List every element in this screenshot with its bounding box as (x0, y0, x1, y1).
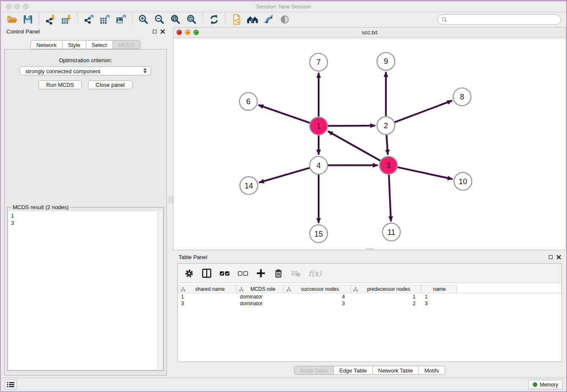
node-7[interactable]: 7 (310, 53, 328, 71)
node-8[interactable]: 8 (453, 88, 471, 106)
column-header-mcds-role[interactable]: MCDS role (237, 285, 284, 293)
save-session-icon[interactable] (20, 13, 36, 26)
refresh-icon[interactable] (206, 13, 222, 26)
function-builder-icon: f(x) (308, 269, 322, 278)
edge-1-6[interactable] (259, 105, 310, 123)
edge-3-10[interactable] (398, 167, 453, 179)
edge-3-11[interactable] (389, 174, 391, 221)
optimization-criterion-dropdown[interactable]: strongly connected component (20, 66, 151, 75)
float-panel-icon[interactable] (549, 255, 553, 259)
table-row[interactable]: 3dominator323 (178, 300, 561, 307)
edge-2-8[interactable] (395, 101, 452, 122)
home-icon[interactable] (245, 13, 260, 26)
close-window-button[interactable] (6, 4, 11, 9)
minimize-window-button[interactable] (14, 4, 20, 9)
tab-edge-table[interactable]: Edge Table (333, 366, 373, 375)
canvas-splitter-handle[interactable] (366, 248, 374, 250)
memory-button[interactable]: Memory (528, 380, 563, 389)
network-window: scc.txt 7968124314101511 (173, 27, 566, 250)
export-table-icon[interactable] (97, 13, 113, 26)
table-row[interactable]: 1dominator411 (178, 293, 561, 300)
column-header-predecessor-nodes[interactable]: predecessor nodes (351, 285, 421, 293)
open-session-icon[interactable] (4, 13, 19, 26)
bird-eye-view-icon[interactable] (277, 13, 292, 26)
node-4[interactable]: 4 (310, 156, 328, 174)
tab-style[interactable]: Style (62, 40, 86, 49)
mcds-result-text: 1 3 (11, 212, 14, 226)
new-network-from-selection-icon[interactable] (229, 13, 244, 26)
network-graph[interactable]: 7968124314101511 (173, 38, 566, 250)
node-label: 6 (246, 97, 250, 106)
import-network-icon[interactable] (43, 13, 58, 26)
panel-splitter[interactable] (170, 26, 173, 378)
app-titlebar: Session: New Session (1, 1, 566, 12)
network-minimize-button[interactable] (185, 30, 190, 35)
select-all-icon[interactable] (220, 270, 230, 277)
graphics-details-icon[interactable] (261, 13, 276, 26)
task-history-button[interactable] (4, 380, 17, 389)
table-header-row: shared nameMCDS rolesuccessor nodesprede… (178, 285, 561, 293)
zoom-window-button[interactable] (23, 4, 28, 9)
run-mcds-button[interactable]: Run MCDS (39, 80, 82, 89)
node-6[interactable]: 6 (239, 93, 257, 110)
delete-table-icon (291, 270, 300, 277)
tab-select[interactable]: Select (86, 40, 113, 49)
tab-motifs[interactable]: Motifs (418, 366, 445, 375)
close-panel-icon[interactable] (556, 255, 561, 259)
export-network-icon[interactable] (81, 13, 96, 26)
network-canvas[interactable]: 7968124314101511 (173, 38, 566, 250)
node-10[interactable]: 10 (454, 172, 472, 190)
network-zoom-button[interactable] (193, 30, 199, 35)
search-input[interactable] (449, 16, 557, 23)
export-image-icon[interactable] (113, 13, 129, 26)
status-bar: Memory (1, 378, 566, 391)
tab-network[interactable]: Network (30, 40, 63, 49)
node-14[interactable]: 14 (240, 177, 258, 194)
import-table-icon[interactable] (59, 13, 74, 26)
mcds-result-scrollbar[interactable] (157, 211, 162, 370)
main-area: Control Panel NetworkStyleSelectMCDS Opt… (1, 26, 566, 378)
close-panel-button[interactable]: Close panel (88, 80, 132, 89)
edge-3-1[interactable] (328, 131, 380, 161)
float-panel-icon[interactable] (153, 30, 157, 33)
column-header-shared-name[interactable]: shared name (178, 285, 237, 293)
clear-selection-icon[interactable] (238, 270, 248, 277)
column-header-name[interactable]: name (421, 285, 457, 293)
zoom-out-icon[interactable] (152, 13, 167, 26)
splitter-handle[interactable] (169, 196, 173, 203)
zoom-selected-icon[interactable] (184, 13, 199, 26)
node-11[interactable]: 11 (383, 223, 400, 241)
network-close-button[interactable] (176, 30, 182, 35)
cell-name: 3 (421, 301, 457, 306)
edge-2-3[interactable] (386, 135, 388, 155)
close-panel-icon[interactable] (160, 29, 165, 34)
mcds-result-area[interactable]: 1 3 (8, 211, 162, 370)
cell-mcds-role: dominator (237, 301, 284, 306)
delete-row-icon[interactable] (274, 268, 283, 278)
tab-mcds[interactable]: MCDS (113, 40, 140, 49)
memory-status-icon (533, 382, 537, 387)
node-1[interactable]: 1 (310, 117, 328, 135)
zoom-in-icon[interactable] (136, 13, 151, 26)
node-label: 1 (317, 122, 321, 130)
node-label: 8 (460, 93, 464, 101)
column-header-successor-nodes[interactable]: successor nodes (284, 285, 351, 293)
column-type-icon (239, 287, 244, 292)
app-window: Session: New Session (0, 0, 567, 392)
list-icon (7, 381, 14, 388)
node-9[interactable]: 9 (377, 52, 395, 70)
search-field[interactable] (438, 14, 561, 25)
cell-predecessor-nodes: 1 (351, 294, 421, 300)
settings-gear-icon[interactable] (184, 269, 194, 278)
tab-node-table[interactable]: Node Table (294, 366, 334, 375)
tab-network-table[interactable]: Network Table (372, 366, 419, 375)
node-15[interactable]: 15 (310, 225, 328, 243)
add-row-icon[interactable] (256, 268, 266, 278)
node-2[interactable]: 2 (377, 117, 395, 135)
edge-4-14[interactable] (259, 168, 310, 183)
node-3[interactable]: 3 (380, 156, 397, 174)
edge-1-2[interactable] (328, 126, 375, 126)
node-label: 11 (388, 228, 396, 237)
toggle-columns-icon[interactable] (202, 268, 212, 278)
zoom-fit-icon[interactable] (168, 13, 183, 26)
